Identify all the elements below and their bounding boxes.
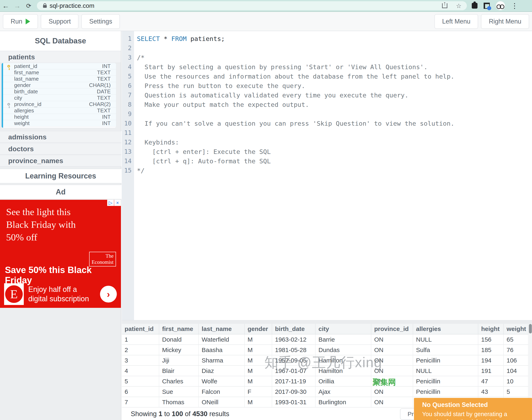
sidebar-item-patients[interactable]: patients [0,51,121,63]
run-button[interactable]: Run [3,14,38,29]
table-cell: Orillia [315,376,371,386]
code-line: /* [137,53,454,62]
ad-section-header: Ad [0,185,121,199]
table-cell: 185 [478,345,503,355]
sidebar: SQL Database patients patient_idINTfirst… [0,31,121,420]
code-line: Press the run button to execute the quer… [137,81,454,90]
no-question-toast: No Question Selected You should start by… [414,398,532,420]
schema-column-name: first_name [14,69,97,76]
table-cell: Ajax [315,386,371,397]
panel-splitter[interactable] [122,320,532,324]
table-cell: M [244,376,272,386]
ad-arrow-button[interactable]: › [100,286,117,302]
schema-column-name: allergies [14,107,97,114]
results-scrollbar[interactable] [529,324,532,407]
line-number: 13 [122,147,134,156]
schema-column-type: INT [102,120,116,126]
schema-row: heightINT [3,114,116,120]
schema-column-type: TEXT [97,76,116,82]
sidebar-title: SQL Database [0,31,121,51]
table-cell: Penicillin [413,355,478,366]
line-number: 11 [122,128,134,137]
ad-close-icon[interactable]: × [114,200,121,206]
table-cell: Jiji [159,355,199,366]
schema-column-name: birth_date [14,89,97,95]
line-number: 10 [122,119,134,128]
bookmark-star-icon[interactable]: ☆ [456,2,462,9]
share-icon[interactable] [442,3,447,8]
table-cell: 1993-01-31 [272,397,315,407]
code-line: Use the resources and information about … [137,72,454,81]
table-row: 1DonaldWaterfieldM1963-02-12BarrieONNULL… [122,334,528,345]
schema-row: birth_dateDATE [3,89,116,95]
table-cell: NULL [413,366,478,376]
left-menu-button[interactable]: Left Menu [435,14,478,29]
table-cell: Penicillin [413,386,478,397]
results-column-header: height [478,324,503,334]
line-number: 3 [122,53,134,62]
table-cell: Barrie [315,334,371,345]
line-number: 15 [122,166,134,175]
url-bar[interactable]: sql-practice.com ☆ [37,1,467,10]
reload-icon[interactable]: ⟳ [23,2,34,9]
editor-code[interactable]: SELECT * FROM patients; /* Start by sele… [137,34,454,175]
adchoices-icon[interactable]: ▷ [107,200,114,206]
table-cell: M [244,334,272,345]
results-column-header: first_name [159,324,199,334]
watermark-jujiwang: 聚集网 [372,377,396,388]
schema-column-type: TEXT [97,107,116,114]
results-scrollbar-thumb[interactable] [529,324,532,333]
results-column-header: weight [503,324,528,334]
extension-badge-icon[interactable] [484,3,490,9]
results-column-header: province_id [371,324,413,334]
table-row: 5CharlesWolfeM2017-11-19OrilliaONPenicil… [122,376,528,386]
schema-column-name: last_name [14,76,97,82]
learning-resources-header[interactable]: Learning Resources [0,169,121,183]
table-cell: 1963-02-12 [272,334,315,345]
foreign-key-icon [7,103,10,105]
code-line: Start by selecting a question by pressin… [137,62,454,72]
table-cell: Wolfe [199,376,244,386]
table-cell: M [244,397,272,407]
watermark-zhihu: 知乎 @王几行xing [264,353,382,372]
table-cell: 104 [503,366,528,376]
line-number: 6 [122,81,134,90]
table-cell: Sue [159,386,199,397]
code-line: Make your output match the expected outp… [137,100,454,109]
table-cell: 194 [478,355,503,366]
ad-subtext: Enjoy half off a digital subscription [28,285,96,303]
table-cell: 10 [503,376,528,386]
code-line: [ctrl + q]: Auto-format the SQL [137,156,454,166]
forward-icon[interactable]: → [12,2,23,10]
sidebar-item-province-names[interactable]: province_names [0,155,121,167]
schema-row: weightINT [3,120,116,126]
schema-column-type: TEXT [97,69,116,76]
url-text[interactable]: sql-practice.com [49,2,438,9]
table-cell: Charles [159,376,199,386]
table-cell: 2017-09-30 [272,386,315,397]
table-cell: Waterfield [199,334,244,345]
sidebar-item-doctors[interactable]: doctors [0,143,121,155]
schema-row: allergiesTEXT [3,107,116,114]
code-line: If you can't solve a question you can pr… [137,119,454,128]
ad-save-line: Save 50% this Black Friday [5,265,121,285]
right-menu-button[interactable]: Right Menu [481,14,529,29]
table-cell: ON [371,397,413,407]
settings-button[interactable]: Settings [81,14,120,29]
results-column-header: patient_id [122,324,159,334]
table-cell: Sulfa [413,345,478,355]
extensions-puzzle-icon[interactable] [472,3,478,9]
back-icon[interactable]: ← [0,2,12,10]
table-cell: Donald [159,334,199,345]
ad-banner[interactable]: ▷ × See the light this Black Friday with… [0,200,121,308]
primary-key-icon [7,65,10,68]
table-cell: ON [371,386,413,397]
profile-avatar[interactable] [496,1,505,10]
schema-column-type: INT [102,114,116,120]
support-button[interactable]: Support [41,14,79,29]
schema-row: cityTEXT [3,95,116,101]
sql-editor[interactable]: 123456789101112131415 SELECT * FROM pati… [122,31,532,320]
sidebar-item-admissions[interactable]: admissions [0,131,121,143]
results-column-header: city [315,324,371,334]
browser-menu-icon[interactable]: ⋮ [511,2,518,10]
